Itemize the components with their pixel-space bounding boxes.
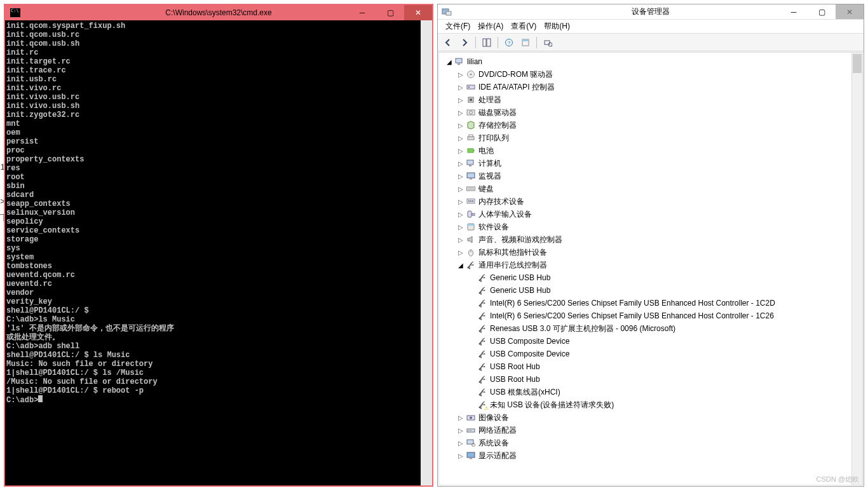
tree-item[interactable]: ◢lilian — [442, 55, 862, 68]
tree-item[interactable]: USB Root Hub — [442, 373, 862, 386]
expand-icon[interactable]: ▷ — [457, 97, 465, 104]
computer-root-icon — [454, 57, 465, 67]
svg-point-61 — [484, 341, 485, 342]
tree-item[interactable]: Generic USB Hub — [442, 271, 862, 284]
menu-view[interactable]: 查看(V) — [508, 20, 539, 33]
tree-item[interactable]: ▷DVD/CD-ROM 驱动器 — [442, 68, 862, 81]
tree-item[interactable]: ▷IDE ATA/ATAPI 控制器 — [442, 81, 862, 93]
expand-icon[interactable]: ▷ — [457, 224, 465, 231]
collapse-icon[interactable]: ◢ — [445, 58, 453, 65]
maximize-button[interactable] — [376, 5, 404, 20]
tree-item[interactable]: ▷鼠标和其他指针设备 — [442, 246, 862, 259]
tree-item[interactable]: ▷监视器 — [442, 170, 862, 182]
tree-item[interactable]: ▷声音、视频和游戏控制器 — [442, 233, 862, 246]
svg-point-52 — [484, 302, 485, 304]
svg-rect-59 — [480, 332, 482, 333]
expand-icon[interactable]: ▷ — [457, 452, 465, 459]
tree-item[interactable]: ▷键盘 — [442, 182, 862, 195]
expand-icon[interactable]: ▷ — [457, 160, 465, 167]
device-manager-icon — [442, 7, 452, 17]
menu-action[interactable]: 操作(A) — [475, 20, 506, 33]
tree-item[interactable]: USB Root Hub — [442, 360, 862, 373]
tree-item[interactable]: ▷系统设备 — [442, 437, 862, 449]
tree-item-label: 人体学输入设备 — [478, 209, 532, 220]
maximize-button[interactable] — [808, 4, 836, 19]
expand-icon[interactable]: ▷ — [457, 122, 465, 129]
tree-item[interactable]: USB 根集线器(xHCI) — [442, 386, 862, 398]
svg-rect-12 — [458, 64, 460, 65]
tree-item[interactable]: ▷计算机 — [442, 157, 862, 170]
watermark: CSDN @熄欧 — [817, 475, 859, 484]
tree-item[interactable]: ▷内存技术设备 — [442, 195, 862, 208]
tree-item[interactable]: Intel(R) 6 Series/C200 Series Chipset Fa… — [442, 309, 862, 322]
tree-item[interactable]: ▷磁盘驱动器 — [442, 106, 862, 119]
back-button[interactable] — [440, 36, 456, 50]
expand-icon[interactable]: ▷ — [457, 236, 465, 243]
expand-icon[interactable]: ▷ — [457, 135, 465, 142]
tree-item[interactable]: ▷处理器 — [442, 93, 862, 106]
tree-item[interactable]: ▷图像设备 — [442, 411, 862, 424]
cmd-line: shell@PD1401CL:/ $ ls Music — [6, 351, 419, 360]
expand-icon[interactable]: ▷ — [457, 198, 465, 205]
menu-file[interactable]: 文件(F) — [443, 20, 473, 33]
expand-icon[interactable]: ▷ — [457, 440, 465, 447]
display-icon — [466, 451, 476, 461]
svg-point-79 — [470, 417, 472, 419]
tree-item[interactable]: 未知 USB 设备(设备描述符请求失败) — [442, 398, 862, 411]
tree-item[interactable]: ▷存储控制器 — [442, 119, 862, 132]
tree-item[interactable]: ▷网络适配器 — [442, 424, 862, 437]
minimize-button[interactable] — [348, 5, 376, 20]
cmd-line: proc — [6, 146, 419, 155]
tree-item-label: DVD/CD-ROM 驱动器 — [478, 69, 553, 80]
scrollbar[interactable] — [851, 53, 862, 485]
svg-rect-35 — [472, 200, 473, 202]
expand-icon[interactable]: ▷ — [457, 147, 465, 154]
tree-item[interactable]: Renesas USB 3.0 可扩展主机控制器 - 0096 (Microso… — [442, 322, 862, 335]
expand-icon[interactable]: ▷ — [457, 427, 465, 434]
cmd-line: init.target.rc — [6, 57, 419, 66]
menu-help[interactable]: 帮助(H) — [541, 20, 573, 33]
tree-item[interactable]: ▷显示适配器 — [442, 449, 862, 462]
expand-icon[interactable]: ▷ — [457, 109, 465, 116]
device-tree[interactable]: ◢lilian▷DVD/CD-ROM 驱动器▷IDE ATA/ATAPI 控制器… — [438, 52, 863, 485]
expand-icon[interactable]: ▷ — [457, 173, 465, 180]
expand-icon[interactable]: ▷ — [457, 186, 465, 193]
tree-item[interactable]: Intel(R) 6 Series/C200 Series Chipset Fa… — [442, 297, 862, 309]
collapse-icon[interactable]: ◢ — [457, 262, 465, 269]
tree-item-label: IDE ATA/ATAPI 控制器 — [478, 82, 555, 93]
tree-item[interactable]: ◢通用串行总线控制器 — [442, 259, 862, 271]
close-button[interactable] — [836, 4, 864, 19]
expand-icon[interactable]: ▷ — [457, 414, 465, 421]
forward-button[interactable] — [457, 36, 472, 50]
dm-titlebar[interactable]: 设备管理器 — [438, 4, 864, 20]
device-manager-window: 设备管理器 文件(F) 操作(A) 查看(V) 帮助(H) ? ◢lilian▷… — [437, 4, 864, 487]
svg-rect-39 — [468, 224, 474, 226]
cmd-line: system — [6, 253, 419, 262]
scrollbar-thumb[interactable] — [853, 54, 862, 73]
cmd-output[interactable]: init.qcom.syspart_fixup.shinit.qcom.usb.… — [5, 20, 432, 485]
expand-icon[interactable]: ▷ — [457, 211, 465, 218]
svg-rect-3 — [487, 39, 491, 46]
tree-item[interactable]: ▷软件设备 — [442, 220, 862, 233]
tree-item[interactable]: Generic USB Hub — [442, 284, 862, 297]
tree-item[interactable]: ▷打印队列 — [442, 132, 862, 144]
scan-hardware-button[interactable] — [540, 36, 555, 50]
tree-item[interactable]: ▷人体学输入设备 — [442, 208, 862, 220]
tree-item-label: 通用串行总线控制器 — [478, 260, 547, 271]
cmd-titlebar[interactable]: C:\Windows\system32\cmd.exe — [5, 5, 432, 20]
tree-item[interactable]: USB Composite Device — [442, 348, 862, 360]
expand-icon[interactable]: ▷ — [457, 249, 465, 256]
tree-item[interactable]: USB Composite Device — [442, 335, 862, 348]
close-button[interactable] — [404, 5, 432, 20]
svg-rect-74 — [480, 395, 482, 396]
scrollbar-thumb[interactable] — [422, 379, 431, 480]
expand-icon[interactable]: ▷ — [457, 84, 465, 91]
expand-icon[interactable]: ▷ — [457, 71, 465, 78]
tree-item[interactable]: ▷电池 — [442, 144, 862, 157]
minimize-button[interactable] — [780, 4, 808, 19]
svg-rect-82 — [470, 430, 471, 431]
show-hide-tree-button[interactable] — [479, 36, 494, 50]
properties-button[interactable] — [518, 36, 533, 50]
help-button[interactable]: ? — [501, 36, 517, 50]
cmd-line: oem — [6, 128, 419, 137]
